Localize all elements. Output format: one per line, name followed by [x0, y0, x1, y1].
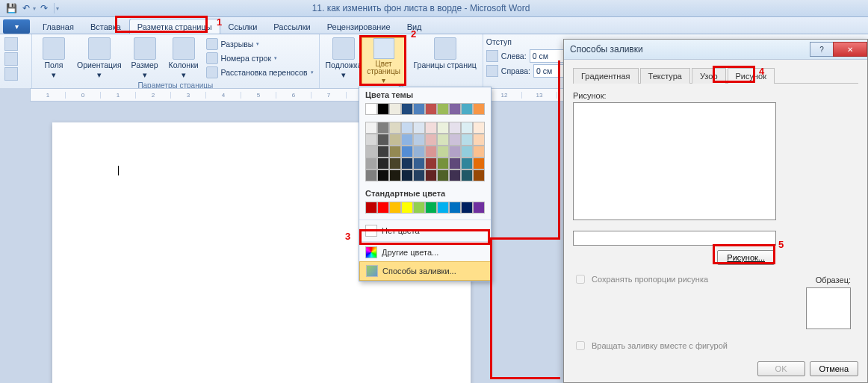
color-swatch[interactable]	[425, 169, 437, 181]
tab-file[interactable]: ▾	[3, 19, 30, 34]
color-swatch[interactable]	[473, 134, 485, 146]
color-swatch[interactable]	[437, 122, 449, 134]
color-swatch[interactable]	[401, 122, 413, 134]
color-swatch[interactable]	[401, 146, 413, 158]
color-swatch[interactable]	[377, 134, 389, 146]
line-numbers-button[interactable]: Номера строк ▾	[204, 52, 316, 65]
breaks-button[interactable]: Разрывы ▾	[204, 37, 316, 51]
columns-button[interactable]: Колонки▾	[165, 36, 202, 81]
color-swatch[interactable]	[473, 169, 485, 181]
color-swatch[interactable]	[437, 158, 449, 169]
size-button[interactable]: Размер▾	[126, 36, 164, 81]
color-swatch[interactable]	[425, 158, 437, 169]
color-swatch[interactable]	[473, 202, 485, 214]
color-swatch[interactable]	[389, 202, 401, 214]
color-swatch[interactable]	[377, 202, 389, 214]
color-swatch[interactable]	[437, 103, 449, 115]
color-swatch[interactable]	[461, 202, 473, 214]
color-swatch[interactable]	[461, 169, 473, 181]
color-swatch[interactable]	[401, 202, 413, 214]
tab-page-layout[interactable]: Разметка страницы	[129, 19, 220, 34]
color-swatch[interactable]	[449, 146, 461, 158]
hyphenation-button[interactable]: Расстановка переносов ▾	[204, 66, 316, 79]
color-swatch[interactable]	[401, 158, 413, 169]
color-swatch[interactable]	[377, 169, 389, 181]
color-swatch[interactable]	[413, 122, 425, 134]
color-swatch[interactable]	[461, 134, 473, 146]
color-swatch[interactable]	[413, 158, 425, 169]
color-swatch[interactable]	[449, 122, 461, 134]
page-color-button[interactable]: Цвет страницы ▾	[362, 37, 406, 85]
color-swatch[interactable]	[365, 169, 377, 181]
color-swatch[interactable]	[377, 146, 389, 158]
tab-home[interactable]: Главная	[34, 19, 82, 34]
close-icon[interactable]: ✕	[833, 42, 867, 57]
fill-effects-item[interactable]: Способы заливки...	[359, 261, 491, 281]
rotate-fill-checkbox[interactable]: Вращать заливку вместе с фигурой	[573, 339, 728, 352]
color-swatch[interactable]	[401, 134, 413, 146]
themes-icon[interactable]	[4, 37, 18, 51]
horizontal-ruler[interactable]: 1012345678910111213141516	[30, 88, 614, 102]
help-icon[interactable]: ?	[810, 42, 834, 57]
color-swatch[interactable]	[473, 122, 485, 134]
color-swatch[interactable]	[365, 146, 377, 158]
color-swatch[interactable]	[461, 122, 473, 134]
color-swatch[interactable]	[401, 169, 413, 181]
color-swatch[interactable]	[365, 134, 377, 146]
color-swatch[interactable]	[449, 202, 461, 214]
tab-review[interactable]: Рецензирование	[319, 19, 399, 34]
color-swatch[interactable]	[413, 103, 425, 115]
color-swatch[interactable]	[437, 202, 449, 214]
color-swatch[interactable]	[377, 122, 389, 134]
color-swatch[interactable]	[425, 103, 437, 115]
color-swatch[interactable]	[449, 169, 461, 181]
color-swatch[interactable]	[377, 103, 389, 115]
tab-gradient[interactable]: Градиентная	[573, 68, 639, 84]
qat-customize-icon[interactable]: ▾	[56, 5, 59, 12]
color-swatch[interactable]	[389, 158, 401, 169]
color-swatch[interactable]	[365, 202, 377, 214]
color-swatch[interactable]	[389, 103, 401, 115]
margins-button[interactable]: Поля▾	[35, 36, 72, 81]
orientation-button[interactable]: Ориентация▾	[74, 36, 125, 81]
color-swatch[interactable]	[425, 134, 437, 146]
color-swatch[interactable]	[389, 122, 401, 134]
select-picture-button[interactable]: Рисунок...	[717, 250, 775, 265]
color-swatch[interactable]	[449, 134, 461, 146]
color-swatch[interactable]	[413, 169, 425, 181]
ok-button[interactable]: OK	[757, 361, 805, 376]
color-swatch[interactable]	[413, 134, 425, 146]
save-icon[interactable]: 💾	[4, 1, 18, 15]
undo-icon[interactable]: ↶	[19, 1, 33, 15]
color-swatch[interactable]	[461, 158, 473, 169]
tab-insert[interactable]: Вставка	[82, 19, 129, 34]
tab-picture[interactable]: Рисунок	[728, 68, 775, 84]
redo-icon[interactable]: ↷	[37, 1, 51, 15]
color-swatch[interactable]	[365, 122, 377, 134]
tab-mailings[interactable]: Рассылки	[265, 19, 318, 34]
color-swatch[interactable]	[401, 103, 413, 115]
theme-colors-icon[interactable]	[4, 52, 18, 66]
color-swatch[interactable]	[449, 158, 461, 169]
page-borders-button[interactable]: Границы страниц	[411, 36, 480, 71]
color-swatch[interactable]	[437, 134, 449, 146]
watermark-button[interactable]: Подложка▾	[323, 36, 365, 81]
color-swatch[interactable]	[461, 146, 473, 158]
no-color-item[interactable]: Нет цвета	[359, 222, 491, 240]
tab-references[interactable]: Ссылки	[220, 19, 266, 34]
color-swatch[interactable]	[413, 202, 425, 214]
color-swatch[interactable]	[473, 146, 485, 158]
color-swatch[interactable]	[365, 103, 377, 115]
dialog-titlebar[interactable]: Способы заливки ? ✕	[564, 40, 867, 60]
color-swatch[interactable]	[437, 169, 449, 181]
color-swatch[interactable]	[473, 103, 485, 115]
color-swatch[interactable]	[413, 146, 425, 158]
color-swatch[interactable]	[389, 134, 401, 146]
tab-texture[interactable]: Текстура	[640, 68, 690, 84]
tab-pattern[interactable]: Узор	[692, 68, 726, 84]
color-swatch[interactable]	[425, 146, 437, 158]
color-swatch[interactable]	[425, 122, 437, 134]
color-swatch[interactable]	[377, 158, 389, 169]
color-swatch[interactable]	[449, 103, 461, 115]
color-swatch[interactable]	[425, 202, 437, 214]
